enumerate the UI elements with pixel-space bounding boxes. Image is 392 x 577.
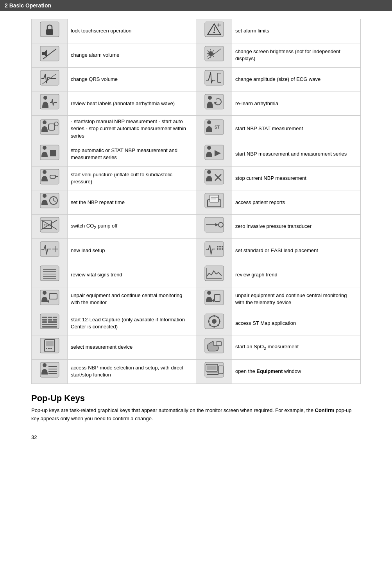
icon-cell-right-5	[196, 142, 232, 166]
desc-cell-right-14: open the Equipment window	[232, 359, 361, 383]
table-row: select measurement devicestart an SpO2 m…	[32, 335, 361, 360]
desc-cell-left-9: new lead setup	[68, 238, 196, 263]
desc-cell-left-14: access NBP mode selection and setup, wit…	[68, 359, 196, 383]
svg-point-57	[207, 120, 211, 124]
icon-cell-right-10	[196, 263, 232, 287]
icon-cell-left-8: CO₂	[32, 215, 68, 239]
icon-cell-left-6	[32, 166, 68, 190]
desc-cell-left-3: review beat labels (annotate arrhythmia …	[68, 91, 196, 116]
table-row: start 12-Lead Capture (only available if…	[32, 311, 361, 335]
svg-rect-80	[210, 195, 218, 202]
table-row: change alarm volumechange screen brightn…	[32, 43, 361, 67]
table-row: lock touchscreen operationset alarm limi…	[32, 19, 361, 43]
svg-point-70	[207, 170, 211, 174]
page-header: 2 Basic Operation	[0, 0, 392, 11]
desc-cell-right-10: review graph trend	[232, 263, 361, 287]
desc-cell-right-1: change screen brightness (not for indepe…	[232, 43, 361, 67]
svg-point-116	[207, 291, 211, 295]
svg-point-140	[212, 319, 217, 324]
icon-cell-right-3	[196, 91, 232, 116]
desc-cell-left-2: change QRS volume	[68, 67, 196, 91]
table-row: unpair equipment and continue central mo…	[32, 287, 361, 311]
desc-cell-left-6: start veni puncture (inflate cuff to sub…	[68, 166, 196, 190]
svg-line-133	[217, 325, 218, 326]
desc-cell-left-12: start 12-Lead Capture (only available if…	[68, 311, 196, 335]
svg-point-50	[208, 96, 212, 100]
svg-rect-122	[53, 317, 57, 318]
svg-rect-129	[42, 326, 57, 328]
page-number: 32	[31, 434, 361, 440]
svg-point-63	[207, 146, 211, 150]
svg-point-74	[43, 194, 47, 198]
svg-point-99	[217, 248, 218, 250]
desc-cell-right-9: set standard or EASI lead placement	[232, 238, 361, 263]
desc-cell-right-11: unpair equipment and continue central mo…	[232, 287, 361, 311]
svg-rect-157	[207, 366, 217, 370]
icon-cell-left-0	[32, 19, 68, 43]
svg-line-135	[209, 325, 211, 326]
icon-cell-left-1	[32, 43, 68, 67]
svg-rect-61	[50, 150, 56, 156]
table-row: start veni puncture (inflate cuff to sub…	[32, 166, 361, 190]
icon-cell-right-8	[196, 215, 232, 239]
svg-point-66	[43, 170, 47, 174]
svg-rect-127	[48, 321, 57, 323]
desc-cell-right-13: start an SpO2 measurement	[232, 335, 361, 360]
svg-line-137	[209, 317, 211, 318]
svg-point-112	[43, 291, 47, 295]
desc-cell-left-7: set the NBP repeat time	[68, 190, 196, 215]
svg-rect-23	[46, 29, 53, 35]
desc-cell-right-2: change amplitude (size) of ECG wave	[232, 67, 361, 91]
desc-cell-left-11: unpair equipment and continue central mo…	[68, 287, 196, 311]
icon-cell-left-9	[32, 238, 68, 263]
icon-cell-left-5	[32, 142, 68, 166]
svg-rect-120	[42, 317, 47, 318]
svg-point-150	[43, 363, 47, 367]
icon-cell-right-12	[196, 311, 232, 335]
table-row: CO₂switch CO2 pump offzero invasive pres…	[32, 215, 361, 239]
desc-cell-left-10: review vital signs trend	[68, 263, 196, 287]
icon-cell-right-0	[196, 19, 232, 43]
desc-cell-right-0: set alarm limits	[232, 19, 361, 43]
svg-rect-128	[42, 324, 57, 325]
icon-cell-left-11	[32, 287, 68, 311]
icon-cell-right-9	[196, 238, 232, 263]
table-row: set the NBP repeat timeaccess patient re…	[32, 190, 361, 215]
icon-cell-left-10	[32, 263, 68, 287]
icon-cell-right-4: ST	[196, 116, 232, 142]
svg-text:ST: ST	[215, 125, 220, 129]
desc-cell-left-13: select measurement device	[68, 335, 196, 360]
icon-cell-left-3	[32, 91, 68, 116]
svg-point-60	[43, 146, 47, 150]
table-row: access NBP mode selection and setup, wit…	[32, 359, 361, 383]
svg-rect-125	[53, 319, 57, 321]
svg-line-139	[217, 317, 218, 318]
icon-cell-left-2	[32, 67, 68, 91]
desc-cell-left-1: change alarm volume	[68, 43, 196, 67]
icon-cell-right-1	[196, 43, 232, 67]
table-row: - start/stop manual NBP measurement - st…	[32, 116, 361, 142]
svg-rect-143	[46, 341, 54, 346]
icon-cell-right-11	[196, 287, 232, 311]
icon-cell-right-7	[196, 190, 232, 215]
icon-cell-right-6	[196, 166, 232, 190]
icon-cell-right-14	[196, 359, 232, 383]
svg-point-101	[222, 248, 223, 250]
desc-cell-right-12: access ST Map application	[232, 311, 361, 335]
desc-cell-right-8: zero invasive pressure transducer	[232, 215, 361, 239]
icon-cell-left-4	[32, 116, 68, 142]
svg-point-27	[213, 32, 215, 33]
desc-cell-left-5: stop automatic or STAT NBP measurement a…	[68, 142, 196, 166]
desc-cell-left-4: - start/stop manual NBP measurement - st…	[68, 116, 196, 142]
table-row: stop automatic or STAT NBP measurement a…	[32, 142, 361, 166]
table-row: review vital signs trendreview graph tre…	[32, 263, 361, 287]
icon-cell-left-7	[32, 190, 68, 215]
svg-rect-126	[42, 321, 47, 323]
icon-cell-left-14	[32, 359, 68, 383]
svg-rect-123	[42, 319, 47, 321]
desc-cell-right-3: re-learn arrhythmia	[232, 91, 361, 116]
table-row: review beat labels (annotate arrhythmia …	[32, 91, 361, 116]
desc-cell-left-8: switch CO2 pump off	[68, 215, 196, 239]
svg-point-96	[217, 246, 218, 247]
svg-point-98	[222, 246, 223, 247]
